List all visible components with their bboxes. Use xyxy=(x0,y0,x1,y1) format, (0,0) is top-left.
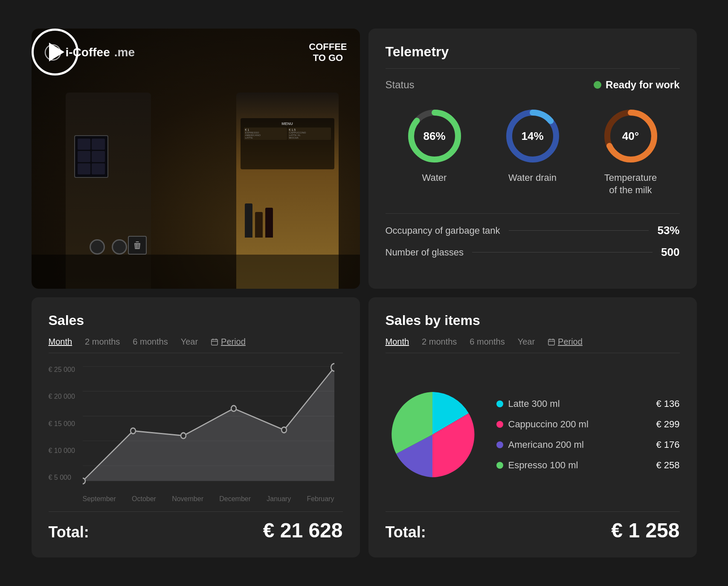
status-row: Status Ready for work xyxy=(386,79,680,91)
items-tab-6months[interactable]: 6 months xyxy=(470,337,505,347)
donut-water-drain: 14% xyxy=(503,106,563,166)
temperature-label: Temperatureof the milk xyxy=(604,172,657,196)
metric-line xyxy=(509,230,649,231)
sales-line-chart xyxy=(83,362,334,486)
video-card: i-Coffee.me COFFEE TO GO xyxy=(32,29,360,289)
svg-point-18 xyxy=(131,428,136,434)
legend-name-espresso: Espresso 100 ml xyxy=(508,460,578,471)
pie-legend-row: Latte 300 ml € 136 Cappuccino 200 ml € 2… xyxy=(386,366,680,503)
legend-value-americano: € 176 xyxy=(656,439,679,450)
legend-value-latte: € 136 xyxy=(656,398,679,409)
sales-items-title: Sales by items xyxy=(386,313,680,328)
sales-tab-6months[interactable]: 6 months xyxy=(133,337,168,347)
legend-list: Latte 300 ml € 136 Cappuccino 200 ml € 2… xyxy=(496,398,680,471)
status-value: Ready for work xyxy=(594,79,679,91)
metric-glasses-value: 500 xyxy=(661,246,679,259)
svg-point-21 xyxy=(281,427,287,432)
sales-chart-area: € 25 000 € 20 000 € 15 000 € 10 000 € 5 … xyxy=(49,362,343,503)
coffee-to-go-label: COFFEE TO GO xyxy=(309,41,347,64)
donut-water: 86% xyxy=(405,106,464,166)
items-tab-2months[interactable]: 2 months xyxy=(422,337,457,347)
items-tab-period[interactable]: Period xyxy=(548,337,583,347)
sales-title: Sales xyxy=(49,313,343,328)
water-drain-label: Water drain xyxy=(508,172,557,184)
metrics-divider xyxy=(386,213,680,214)
legend-latte: Latte 300 ml € 136 xyxy=(496,398,680,409)
telemetry-divider xyxy=(386,68,680,69)
sales-card: Sales Month 2 months 6 months Year Perio… xyxy=(32,297,360,557)
svg-rect-23 xyxy=(548,339,554,345)
chart-temperature: 40° Temperatureof the milk xyxy=(601,106,661,196)
svg-point-22 xyxy=(331,363,334,371)
y-axis: € 25 000 € 20 000 € 15 000 € 10 000 € 5 … xyxy=(49,362,75,486)
items-total-value: € 1 258 xyxy=(611,519,679,542)
items-tab-month[interactable]: Month xyxy=(386,337,409,347)
dashboard: i-Coffee.me COFFEE TO GO xyxy=(23,20,705,566)
sales-total-value: € 21 628 xyxy=(263,519,343,542)
legend-dot-cappuccino xyxy=(496,421,503,428)
legend-value-espresso: € 258 xyxy=(656,460,679,471)
chart-water-drain: 14% Water drain xyxy=(503,106,563,184)
play-button[interactable] xyxy=(32,29,78,75)
svg-point-20 xyxy=(231,406,236,411)
sales-tab-year[interactable]: Year xyxy=(181,337,198,347)
telemetry-card: Telemetry Status Ready for work 86% Wate… xyxy=(368,29,697,289)
svg-point-19 xyxy=(181,433,186,438)
donut-temperature: 40° xyxy=(601,106,661,166)
water-label: Water xyxy=(422,172,447,184)
legend-dot-espresso xyxy=(496,462,503,469)
legend-name-americano: Americano 200 ml xyxy=(508,439,584,450)
chart-water: 86% Water xyxy=(405,106,464,184)
svg-marker-16 xyxy=(83,367,334,481)
legend-cappuccino: Cappuccino 200 ml € 299 xyxy=(496,419,680,430)
sales-tab-month[interactable]: Month xyxy=(49,337,73,347)
metric-garbage: Occupancy of garbage tank 53% xyxy=(386,224,680,237)
legend-name-cappuccino: Cappuccino 200 ml xyxy=(508,419,589,430)
svg-point-17 xyxy=(83,478,85,484)
sales-tab-2months[interactable]: 2 months xyxy=(85,337,120,347)
charts-row: 86% Water 14% Water drain xyxy=(386,106,680,196)
calendar-icon xyxy=(211,338,218,346)
play-icon xyxy=(49,43,64,61)
metrics-row: Occupancy of garbage tank 53% Number of … xyxy=(386,224,680,259)
legend-name-latte: Latte 300 ml xyxy=(508,398,560,409)
items-total-label: Total: xyxy=(386,523,426,541)
legend-value-cappuccino: € 299 xyxy=(656,419,679,430)
legend-dot-americano xyxy=(496,441,503,448)
metric-glasses-label: Number of glasses xyxy=(386,247,464,258)
items-tab-year[interactable]: Year xyxy=(518,337,535,347)
sales-total-row: Total: € 21 628 xyxy=(49,511,343,542)
legend-espresso: Espresso 100 ml € 258 xyxy=(496,460,680,471)
sales-period-tabs: Month 2 months 6 months Year Period xyxy=(49,337,343,353)
svg-rect-7 xyxy=(212,339,218,345)
metric-glasses: Number of glasses 500 xyxy=(386,246,680,259)
telemetry-title: Telemetry xyxy=(386,44,680,60)
items-period-tabs: Month 2 months 6 months Year Period xyxy=(386,337,680,353)
temperature-value: 40° xyxy=(622,130,639,143)
metric-garbage-label: Occupancy of garbage tank xyxy=(386,225,500,236)
metric-line-2 xyxy=(472,252,653,252)
video-background: i-Coffee.me COFFEE TO GO xyxy=(32,29,360,289)
items-total-row: Total: € 1 258 xyxy=(386,511,680,542)
water-value: 86% xyxy=(423,130,445,143)
pie-chart xyxy=(386,388,479,482)
legend-americano: Americano 200 ml € 176 xyxy=(496,439,680,450)
metric-garbage-value: 53% xyxy=(657,224,679,237)
video-overlay-top: i-Coffee.me COFFEE TO GO xyxy=(44,41,347,64)
legend-dot-latte xyxy=(496,400,503,407)
sales-tab-period[interactable]: Period xyxy=(211,337,246,347)
machine-visual: MENU € 1 ESPRESSO AMERICANO LATTE € 1.5 … xyxy=(32,29,360,289)
calendar-icon-2 xyxy=(548,338,555,346)
sales-total-label: Total: xyxy=(49,523,89,541)
x-axis: September October November December Janu… xyxy=(83,495,334,503)
water-drain-value: 14% xyxy=(521,130,543,143)
status-label: Status xyxy=(386,79,415,91)
sales-by-items-card: Sales by items Month 2 months 6 months Y… xyxy=(368,297,697,557)
status-dot xyxy=(594,81,601,89)
